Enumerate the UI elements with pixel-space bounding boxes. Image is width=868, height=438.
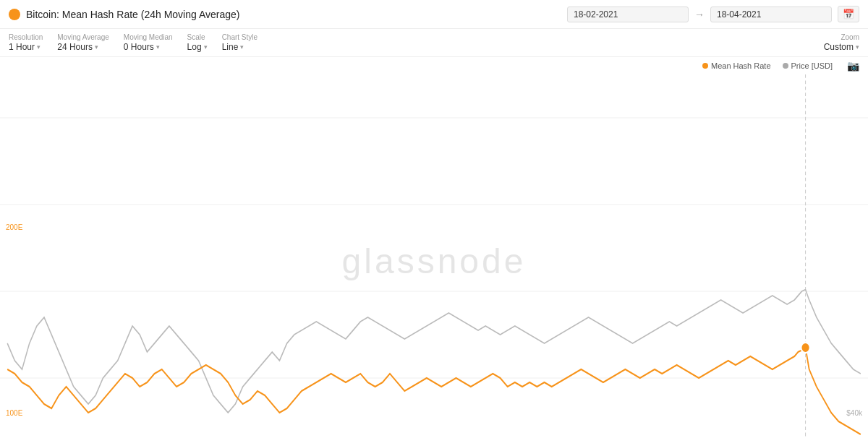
- moving-median-control: Moving Median 0 Hours ▾: [124, 33, 173, 52]
- y-axis-label-40k: $40k: [846, 409, 862, 417]
- resolution-label: Resolution: [9, 33, 43, 41]
- chart-style-label: Chart Style: [222, 33, 258, 41]
- scale-value: Log: [187, 42, 202, 52]
- moving-average-value: 24 Hours: [57, 42, 93, 52]
- scale-label: Scale: [187, 33, 208, 41]
- header: Bitcoin: Mean Hash Rate (24h Moving Aver…: [0, 0, 868, 29]
- scale-select[interactable]: Log ▾: [187, 42, 208, 52]
- moving-median-value: 0 Hours: [124, 42, 154, 52]
- chart-svg: [0, 74, 868, 438]
- moving-average-label: Moving Average: [57, 33, 109, 41]
- moving-median-select[interactable]: 0 Hours ▾: [124, 42, 173, 52]
- date-start-input[interactable]: [567, 7, 689, 22]
- chart-style-select[interactable]: Line ▾: [222, 42, 258, 52]
- resolution-select[interactable]: 1 Hour ▾: [9, 42, 43, 52]
- mean-hash-rate-dot: [702, 63, 708, 69]
- scale-control: Scale Log ▾: [187, 33, 208, 52]
- moving-median-label: Moving Median: [124, 33, 173, 41]
- chart-legend: Mean Hash Rate Price [USD] 📷: [0, 57, 868, 74]
- resolution-control: Resolution 1 Hour ▾: [9, 33, 43, 52]
- page-title: Bitcoin: Mean Hash Rate (24h Moving Aver…: [26, 9, 239, 20]
- legend-mean-hash-rate: Mean Hash Rate: [702, 61, 771, 70]
- zoom-chevron-icon: ▾: [856, 43, 859, 51]
- zoom-select[interactable]: Custom ▾: [824, 42, 859, 52]
- moving-average-control: Moving Average 24 Hours ▾: [57, 33, 109, 52]
- chart-style-chevron-icon: ▾: [240, 43, 244, 51]
- mean-hash-rate-label: Mean Hash Rate: [711, 61, 771, 70]
- scale-chevron-icon: ▾: [204, 43, 208, 51]
- y-axis-label-100e: 100E: [6, 409, 22, 417]
- date-arrow-icon: →: [694, 9, 705, 20]
- screenshot-button[interactable]: 📷: [847, 60, 859, 72]
- chart-style-control: Chart Style Line ▾: [222, 33, 258, 52]
- date-range: → 📅: [567, 6, 859, 22]
- bitcoin-icon: [9, 9, 20, 20]
- resolution-chevron-icon: ▾: [37, 43, 41, 51]
- moving-median-chevron-icon: ▾: [156, 43, 160, 51]
- calendar-button[interactable]: 📅: [838, 6, 859, 22]
- zoom-label: Zoom: [841, 33, 859, 41]
- zoom-value: Custom: [824, 42, 854, 52]
- controls-bar: Resolution 1 Hour ▾ Moving Average 24 Ho…: [0, 29, 868, 57]
- moving-average-chevron-icon: ▾: [95, 43, 98, 51]
- chart-area: glassnode 200E 100E $40k: [0, 74, 868, 438]
- price-usd-label: Price [USD]: [791, 61, 833, 70]
- zoom-control: Zoom Custom ▾: [824, 33, 859, 52]
- y-axis-label-200e: 200E: [6, 223, 22, 231]
- cursor-dot: [801, 343, 809, 353]
- date-end-input[interactable]: [710, 7, 832, 22]
- legend-price-usd: Price [USD]: [783, 61, 833, 70]
- chart-style-value: Line: [222, 42, 239, 52]
- price-usd-dot: [783, 63, 788, 69]
- moving-average-select[interactable]: 24 Hours ▾: [57, 42, 109, 52]
- resolution-value: 1 Hour: [9, 42, 35, 52]
